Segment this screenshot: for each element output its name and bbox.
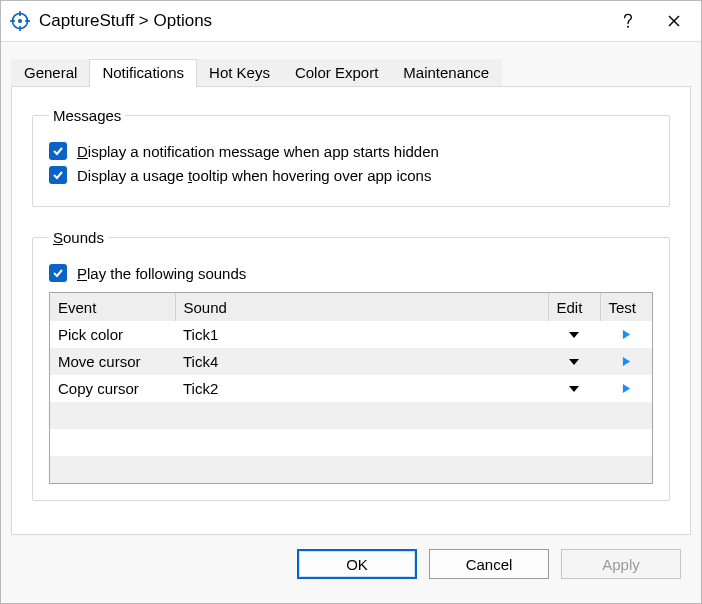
tab-strip: General Notifications Hot Keys Color Exp… [11, 58, 691, 86]
svg-marker-11 [569, 359, 579, 365]
tab-panel-notifications: Messages Display a notification message … [11, 86, 691, 535]
cell-sound: Tick4 [175, 348, 548, 375]
svg-marker-9 [569, 332, 579, 338]
checkbox-label: Display a notification message when app … [77, 143, 439, 160]
svg-marker-12 [622, 357, 629, 366]
chevron-down-icon [568, 358, 580, 366]
table-row-empty [50, 402, 652, 429]
edit-sound-button[interactable] [563, 353, 585, 371]
table-row[interactable]: Copy cursor Tick2 [50, 375, 652, 402]
checkbox-label: Play the following sounds [77, 265, 246, 282]
col-header-event[interactable]: Event [50, 293, 175, 321]
messages-group: Messages Display a notification message … [32, 107, 670, 207]
play-icon [622, 356, 631, 367]
svg-point-6 [627, 26, 629, 28]
options-dialog: CaptureStuff > Options General Notificat… [0, 0, 702, 604]
cell-event: Copy cursor [50, 375, 175, 402]
col-header-test[interactable]: Test [600, 293, 652, 321]
checkbox-label: Display a usage tooltip when hovering ov… [77, 167, 431, 184]
tab-colorexport[interactable]: Color Export [282, 59, 391, 87]
apply-button: Apply [561, 549, 681, 579]
svg-marker-13 [569, 386, 579, 392]
tab-maintenance[interactable]: Maintenance [390, 59, 502, 87]
edit-sound-button[interactable] [563, 326, 585, 344]
ok-button[interactable]: OK [297, 549, 417, 579]
test-sound-button[interactable] [615, 380, 637, 398]
checkbox-display-start-hidden[interactable]: Display a notification message when app … [49, 142, 653, 160]
play-icon [622, 329, 631, 340]
tab-general[interactable]: General [11, 59, 90, 87]
client-area: General Notifications Hot Keys Color Exp… [1, 41, 701, 603]
col-header-sound[interactable]: Sound [175, 293, 548, 321]
test-sound-button[interactable] [615, 326, 637, 344]
help-button[interactable] [605, 3, 651, 39]
close-icon [668, 15, 680, 27]
table-row[interactable]: Move cursor Tick4 [50, 348, 652, 375]
chevron-down-icon [568, 385, 580, 393]
svg-marker-14 [622, 384, 629, 393]
col-header-edit[interactable]: Edit [548, 293, 600, 321]
table-row[interactable]: Pick color Tick1 [50, 321, 652, 348]
checkbox-icon [49, 166, 67, 184]
sounds-legend: Sounds [49, 229, 108, 246]
tab-hotkeys[interactable]: Hot Keys [196, 59, 283, 87]
dialog-buttons: OK Cancel Apply [11, 535, 691, 593]
svg-marker-10 [622, 330, 629, 339]
cell-sound: Tick2 [175, 375, 548, 402]
titlebar: CaptureStuff > Options [1, 1, 701, 41]
close-button[interactable] [651, 3, 697, 39]
table-header-row: Event Sound Edit Test [50, 293, 652, 321]
checkbox-icon [49, 264, 67, 282]
cell-sound: Tick1 [175, 321, 548, 348]
tab-notifications[interactable]: Notifications [89, 59, 197, 87]
svg-point-1 [18, 19, 22, 23]
messages-legend: Messages [49, 107, 125, 124]
checkbox-play-sounds[interactable]: Play the following sounds [49, 264, 653, 282]
app-icon [9, 10, 31, 32]
play-icon [622, 383, 631, 394]
table-row-empty [50, 429, 652, 456]
window-title: CaptureStuff > Options [39, 11, 605, 31]
cell-event: Move cursor [50, 348, 175, 375]
table-row-empty [50, 456, 652, 483]
test-sound-button[interactable] [615, 353, 637, 371]
sounds-table: Event Sound Edit Test Pick color Tick1 [49, 292, 653, 484]
cancel-button[interactable]: Cancel [429, 549, 549, 579]
cell-event: Pick color [50, 321, 175, 348]
edit-sound-button[interactable] [563, 380, 585, 398]
sounds-group: Sounds Play the following sounds [32, 229, 670, 501]
help-icon [623, 13, 633, 29]
chevron-down-icon [568, 331, 580, 339]
checkbox-icon [49, 142, 67, 160]
checkbox-display-tooltip[interactable]: Display a usage tooltip when hovering ov… [49, 166, 653, 184]
